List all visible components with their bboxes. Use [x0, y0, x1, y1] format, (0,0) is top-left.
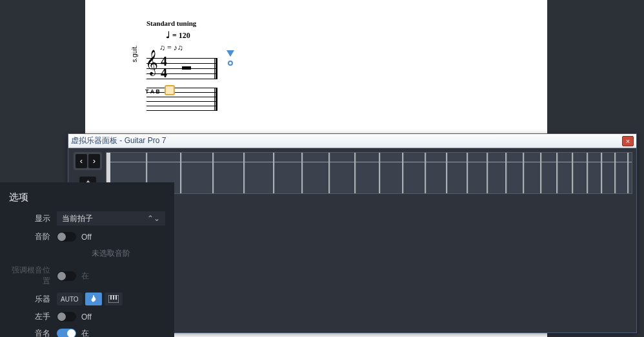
edit-cursor[interactable]	[165, 85, 175, 95]
row-instrument: 乐器 AUTO	[9, 293, 165, 305]
left-hand-label: 左手	[9, 311, 50, 322]
fret-wire	[523, 153, 524, 194]
root-toggle	[57, 271, 76, 281]
fret-wire	[379, 153, 380, 194]
guitar-icon	[89, 294, 98, 303]
window-title: 虚拟乐器面板 - Guitar Pro 7	[71, 135, 622, 146]
string[interactable]	[110, 162, 632, 162]
row-note-names: 音名 在	[9, 328, 165, 337]
tab-clef: T A B	[145, 89, 160, 95]
svg-rect-3	[116, 295, 117, 300]
root-state: 在	[81, 271, 89, 282]
fret-wire	[467, 153, 468, 194]
chevron-updown-icon: ⌃⌄	[147, 214, 160, 223]
fretboard[interactable]	[106, 152, 632, 194]
fret-wire	[627, 153, 629, 194]
fret-wire	[487, 153, 488, 194]
fret-wire	[402, 153, 403, 194]
fret-wire	[446, 153, 447, 194]
scale-toggle[interactable]	[57, 232, 76, 242]
fret-wire	[540, 153, 541, 194]
fret-wire	[354, 153, 356, 194]
fret-wire	[505, 153, 507, 194]
track-label: s.guit.	[131, 45, 138, 63]
note-name-toggle[interactable]	[57, 329, 76, 337]
piano-icon	[108, 295, 119, 303]
next-button[interactable]: ›	[88, 154, 100, 168]
instrument-auto-button[interactable]: AUTO	[57, 293, 83, 305]
whole-rest	[182, 66, 191, 70]
note-name-state: 在	[81, 328, 89, 337]
root-label: 强调根音位置	[9, 265, 50, 287]
svg-rect-1	[110, 295, 112, 300]
fret-wire	[572, 153, 573, 194]
window-titlebar[interactable]: 虚拟乐器面板 - Guitar Pro 7 ×	[68, 134, 636, 148]
fret-wire	[587, 153, 588, 194]
row-scale-picker: 未选取音阶	[9, 248, 165, 259]
instrument-piano-button[interactable]	[105, 293, 123, 305]
fret-wire	[180, 153, 181, 194]
options-heading: 选项	[9, 191, 165, 204]
options-panel: 选项 显示 当前拍子 ⌃⌄ 音阶 Off 未选取音阶 强调根音位置 在 乐器 A…	[0, 182, 174, 337]
fret-wire	[556, 153, 558, 194]
fret-wire	[601, 153, 602, 194]
time-signature: 44	[161, 55, 167, 79]
display-label: 显示	[9, 213, 50, 224]
scale-state: Off	[81, 233, 92, 242]
final-barline	[214, 88, 217, 110]
treble-clef-icon: 𝄞	[145, 52, 158, 73]
tablature-staff[interactable]: T A B	[146, 88, 217, 111]
swing-feel: ♫ = ♪♫	[159, 43, 276, 53]
fret-wire	[614, 153, 616, 194]
playhead-marker[interactable]	[226, 49, 234, 70]
scale-label: 音阶	[9, 231, 50, 242]
fret-wire	[425, 153, 426, 194]
note-name-label: 音名	[9, 328, 50, 337]
score-region[interactable]: s.guit. Standard tuning ♩ = 120 ♫ = ♪♫ 𝄞…	[146, 19, 276, 111]
svg-rect-2	[113, 295, 114, 300]
left-hand-state: Off	[81, 313, 92, 322]
fret-wire	[212, 153, 214, 194]
instrument-segmented: AUTO	[57, 293, 123, 305]
scale-placeholder: 未选取音阶	[57, 248, 165, 259]
instrument-label: 乐器	[9, 294, 50, 305]
fret-wire	[328, 153, 330, 194]
left-hand-toggle[interactable]	[57, 312, 76, 322]
tuning-label: Standard tuning	[146, 19, 276, 27]
close-button[interactable]: ×	[622, 136, 634, 146]
prev-button[interactable]: ‹	[75, 154, 87, 168]
notation-staff[interactable]: 𝄞 44	[146, 57, 217, 80]
display-select[interactable]: 当前拍子 ⌃⌄	[57, 211, 165, 226]
fret-wire	[243, 153, 245, 194]
display-value: 当前拍子	[62, 213, 93, 224]
row-left-hand: 左手 Off	[9, 311, 165, 322]
row-scale: 音阶 Off	[9, 231, 165, 242]
fret-wire	[273, 153, 274, 194]
row-display: 显示 当前拍子 ⌃⌄	[9, 211, 165, 226]
final-barline	[214, 58, 217, 79]
row-root-emphasis: 强调根音位置 在	[9, 265, 165, 287]
fret-wire	[301, 153, 303, 194]
instrument-guitar-button[interactable]	[85, 293, 102, 305]
tempo-marking: ♩ = 120	[166, 30, 276, 41]
